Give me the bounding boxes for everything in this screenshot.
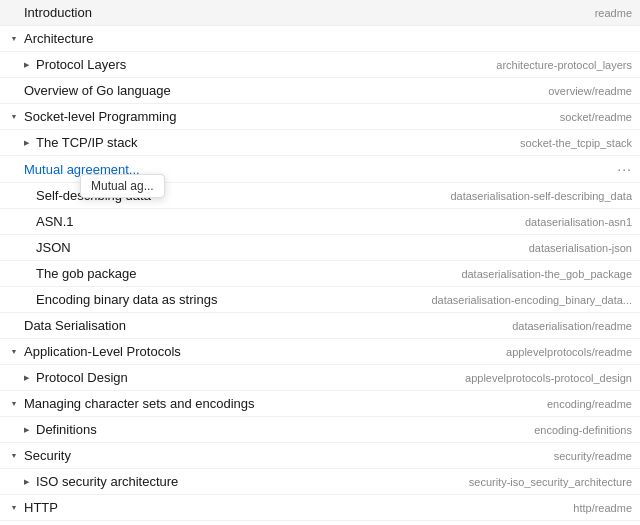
chevron-right-icon[interactable] — [20, 59, 32, 71]
nav-item-label-protocol-layers: Protocol Layers — [36, 57, 126, 72]
nav-item-protocol-layers[interactable]: Protocol Layersarchitecture-protocol_lay… — [0, 52, 640, 78]
nav-item-introduction[interactable]: Introductionreadme — [0, 0, 640, 26]
nav-item-route-http: http/readme — [573, 502, 632, 514]
nav-item-route-self-describing: dataserialisation-self-describing_data — [450, 190, 632, 202]
nav-item-left-gob: The gob package — [20, 266, 453, 281]
nav-item-label-http: HTTP — [24, 500, 58, 515]
nav-item-definitions[interactable]: Definitionsencoding-definitions — [0, 417, 640, 443]
nav-item-left-protocol-design: Protocol Design — [20, 370, 457, 385]
chevron-right-icon[interactable] — [20, 137, 32, 149]
nav-item-route-gob: dataserialisation-the_gob_package — [461, 268, 632, 280]
nav-item-label-architecture: Architecture — [24, 31, 93, 46]
chevron-right-icon[interactable] — [20, 372, 32, 384]
nav-item-left-definitions: Definitions — [20, 422, 526, 437]
nav-item-route-asn1: dataserialisation-asn1 — [525, 216, 632, 228]
chevron-down-icon[interactable] — [8, 398, 20, 410]
nav-item-left-socket-level: Socket-level Programming — [8, 109, 552, 124]
nav-item-json[interactable]: JSONdataserialisation-json — [0, 235, 640, 261]
navigation-list: IntroductionreadmeArchitectureProtocol L… — [0, 0, 640, 525]
nav-item-gob[interactable]: The gob packagedataserialisation-the_gob… — [0, 261, 640, 287]
nav-item-label-iso-security: ISO security architecture — [36, 474, 178, 489]
nav-item-managing-charsets[interactable]: Managing character sets and encodingsenc… — [0, 391, 640, 417]
nav-item-label-app-level: Application-Level Protocols — [24, 344, 181, 359]
nav-item-architecture[interactable]: Architecture — [0, 26, 640, 52]
nav-item-route-mutual-agreement: ··· — [617, 161, 632, 177]
chevron-down-icon[interactable] — [8, 111, 20, 123]
nav-item-route-iso-security: security-iso_security_architecture — [469, 476, 632, 488]
nav-item-app-level[interactable]: Application-Level Protocolsapplevelproto… — [0, 339, 640, 365]
nav-item-route-json: dataserialisation-json — [529, 242, 632, 254]
nav-item-left-protocol-layers: Protocol Layers — [20, 57, 488, 72]
nav-item-left-app-level: Application-Level Protocols — [8, 344, 498, 359]
nav-item-route-introduction: readme — [595, 7, 632, 19]
nav-item-left-managing-charsets: Managing character sets and encodings — [8, 396, 539, 411]
nav-item-route-socket-level: socket/readme — [560, 111, 632, 123]
nav-item-asn1[interactable]: ASN.1dataserialisation-asn1 — [0, 209, 640, 235]
nav-item-http[interactable]: HTTPhttp/readme — [0, 495, 640, 521]
chevron-right-icon[interactable] — [20, 424, 32, 436]
nav-item-left-data-serialisation: Data Serialisation — [8, 318, 504, 333]
nav-item-label-overview-go: Overview of Go language — [24, 83, 171, 98]
nav-item-left-http: HTTP — [8, 500, 565, 515]
nav-item-label-encoding-binary: Encoding binary data as strings — [36, 292, 217, 307]
nav-item-route-definitions: encoding-definitions — [534, 424, 632, 436]
nav-item-left-tcpip: The TCP/IP stack — [20, 135, 512, 150]
chevron-down-icon[interactable] — [8, 346, 20, 358]
chevron-down-icon[interactable] — [8, 450, 20, 462]
nav-item-route-overview-go: overview/readme — [548, 85, 632, 97]
nav-item-label-introduction: Introduction — [24, 5, 92, 20]
nav-item-route-security: security/readme — [554, 450, 632, 462]
nav-item-label-security: Security — [24, 448, 71, 463]
nav-item-label-data-serialisation: Data Serialisation — [24, 318, 126, 333]
nav-item-left-mutual-agreement: Mutual agreement...Mutual ag... — [8, 162, 617, 177]
nav-item-socket-level[interactable]: Socket-level Programmingsocket/readme — [0, 104, 640, 130]
nav-item-label-tcpip: The TCP/IP stack — [36, 135, 137, 150]
nav-item-left-iso-security: ISO security architecture — [20, 474, 461, 489]
nav-item-left-overview-go: Overview of Go language — [8, 83, 540, 98]
nav-item-left-introduction: Introduction — [8, 5, 587, 20]
chevron-down-icon[interactable] — [8, 502, 20, 514]
chevron-down-icon[interactable] — [8, 33, 20, 45]
nav-item-route-protocol-design: applevelprotocols-protocol_design — [465, 372, 632, 384]
nav-item-label-json: JSON — [36, 240, 71, 255]
nav-item-tcpip[interactable]: The TCP/IP stacksocket-the_tcpip_stack — [0, 130, 640, 156]
nav-item-left-encoding-binary: Encoding binary data as strings — [20, 292, 423, 307]
nav-item-protocol-design[interactable]: Protocol Designapplevelprotocols-protoco… — [0, 365, 640, 391]
nav-item-route-encoding-binary: dataserialisation-encoding_binary_data..… — [431, 294, 632, 306]
nav-item-route-data-serialisation: dataserialisation/readme — [512, 320, 632, 332]
nav-item-route-app-level: applevelprotocols/readme — [506, 346, 632, 358]
nav-item-label-gob: The gob package — [36, 266, 136, 281]
nav-item-security[interactable]: Securitysecurity/readme — [0, 443, 640, 469]
nav-item-left-asn1: ASN.1 — [20, 214, 517, 229]
tooltip-popup: Mutual ag... — [80, 174, 165, 198]
nav-item-left-security: Security — [8, 448, 546, 463]
nav-item-label-asn1: ASN.1 — [36, 214, 74, 229]
nav-item-route-managing-charsets: encoding/readme — [547, 398, 632, 410]
nav-item-overview-go[interactable]: Overview of Go languageoverview/readme — [0, 78, 640, 104]
nav-item-mutual-agreement[interactable]: Mutual agreement...Mutual ag...··· — [0, 156, 640, 183]
nav-item-overview-http[interactable]: Overview of HTTPhttp-overview_of_http — [0, 521, 640, 525]
nav-item-label-protocol-design: Protocol Design — [36, 370, 128, 385]
nav-item-left-json: JSON — [20, 240, 521, 255]
chevron-right-icon[interactable] — [20, 476, 32, 488]
nav-item-left-architecture: Architecture — [8, 31, 624, 46]
nav-item-label-socket-level: Socket-level Programming — [24, 109, 176, 124]
nav-item-encoding-binary[interactable]: Encoding binary data as stringsdataseria… — [0, 287, 640, 313]
nav-item-iso-security[interactable]: ISO security architecturesecurity-iso_se… — [0, 469, 640, 495]
nav-item-label-managing-charsets: Managing character sets and encodings — [24, 396, 255, 411]
nav-item-data-serialisation[interactable]: Data Serialisationdataserialisation/read… — [0, 313, 640, 339]
nav-item-route-protocol-layers: architecture-protocol_layers — [496, 59, 632, 71]
nav-item-label-definitions: Definitions — [36, 422, 97, 437]
nav-item-route-tcpip: socket-the_tcpip_stack — [520, 137, 632, 149]
